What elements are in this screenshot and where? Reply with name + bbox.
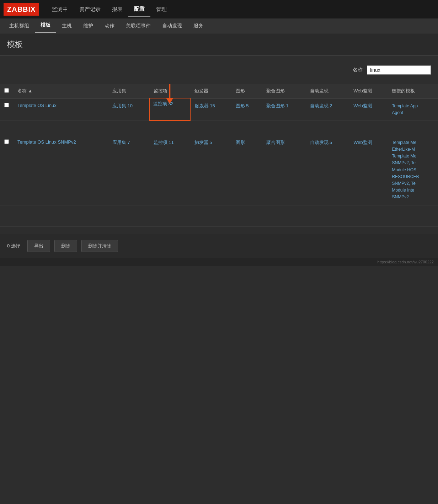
row2-autodiscover: 自动发现 5 xyxy=(306,135,349,205)
header-name: 名称 ▲ xyxy=(13,84,108,98)
row2-agggraph-link[interactable]: 聚合图形 xyxy=(266,140,285,145)
header-autodiscover: 自动发现 xyxy=(306,84,349,98)
filter-bar: 名称 xyxy=(0,56,438,84)
row2-linked-template-8[interactable]: Module Inte xyxy=(392,188,414,193)
selected-count: 0 选择 xyxy=(7,243,20,249)
table-container: 名称 ▲ 应用集 监控项 触发器 图形 聚合图形 自动发现 Web监测 链接的模… xyxy=(0,84,438,227)
row2-linked-template-1[interactable]: Template Me xyxy=(392,140,416,145)
row1-appset: 应用集 10 xyxy=(108,98,149,120)
nav-assets[interactable]: 资产记录 xyxy=(74,2,106,16)
nav-configuration[interactable]: 配置 xyxy=(128,2,150,17)
row2-autodiscover-link[interactable]: 自动发现 5 xyxy=(310,140,332,145)
header-trigger: 触发器 xyxy=(190,84,231,98)
nav-admin[interactable]: 管理 xyxy=(150,2,172,16)
header-monitor: 监控项 xyxy=(149,84,190,98)
header-graph: 图形 xyxy=(231,84,262,98)
row1-autodiscover: 自动发现 2 xyxy=(306,98,349,120)
row2-trigger-link[interactable]: 触发器 5 xyxy=(194,140,212,145)
table-header-row: 名称 ▲ 应用集 监控项 触发器 图形 聚合图形 自动发现 Web监测 链接的模… xyxy=(0,84,438,98)
row1-checkbox-input[interactable] xyxy=(4,103,9,107)
row1-linked-template-1[interactable]: Template App xyxy=(392,103,418,108)
row1-webmonitor-link[interactable]: Web监测 xyxy=(353,103,372,108)
header-checkbox-col xyxy=(0,84,13,98)
row2-webmonitor: Web监测 xyxy=(349,135,388,205)
row2-webmonitor-link[interactable]: Web监测 xyxy=(353,140,372,145)
footer-url: https://blog.csdn.net/wu2700222 xyxy=(0,258,438,266)
delete-button[interactable]: 删除 xyxy=(54,240,77,252)
row1-autodiscover-link[interactable]: 自动发现 2 xyxy=(310,103,332,108)
filter-name-label: 名称 xyxy=(353,67,363,73)
nav-monitoring[interactable]: 监测中 xyxy=(46,2,74,16)
row2-checkbox xyxy=(0,135,13,205)
row2-linked-template-3[interactable]: Template Me xyxy=(392,154,416,159)
header-appset: 应用集 xyxy=(108,84,149,98)
table-wrapper: 名称 ▲ 应用集 监控项 触发器 图形 聚合图形 自动发现 Web监测 链接的模… xyxy=(0,84,438,227)
row2-graph-link[interactable]: 图形 xyxy=(236,140,245,145)
row1-name: Template OS Linux xyxy=(13,98,108,120)
row2-graph: 图形 xyxy=(231,135,262,205)
subnav-services[interactable]: 服务 xyxy=(188,19,209,33)
row2-agggraph: 聚合图形 xyxy=(262,135,306,205)
page-title-bar: 模板 xyxy=(0,33,438,56)
row1-linked-template-2[interactable]: Agent xyxy=(392,110,403,115)
subnav-maintenance[interactable]: 维护 xyxy=(78,19,99,33)
bottom-bar: 0 选择 导出 删除 删除并清除 xyxy=(0,234,438,258)
row1-graph-link[interactable]: 图形 5 xyxy=(236,103,249,108)
row2-linked-template-4[interactable]: SNMPv2, Te xyxy=(392,160,415,165)
row1-linked-templates: Template App Agent xyxy=(388,98,438,120)
select-all-checkbox[interactable] xyxy=(4,88,9,93)
row2-appset-link[interactable]: 应用集 7 xyxy=(112,140,130,145)
row1-appset-link[interactable]: 应用集 10 xyxy=(112,103,133,108)
row2-checkbox-input[interactable] xyxy=(4,139,9,144)
row1-agggraph-link[interactable]: 聚合图形 1 xyxy=(266,103,289,108)
spacer-row xyxy=(0,120,438,135)
row2-name: Template OS Linux SNMPv2 xyxy=(13,135,108,205)
subnav-hosts[interactable]: 主机 xyxy=(56,19,78,33)
row1-monitor: 监控项 32 xyxy=(149,98,190,120)
row2-linked-templates: Template Me EtherLike-M Template Me SNMP… xyxy=(388,135,438,205)
row1-name-link[interactable]: Template OS Linux xyxy=(17,103,57,108)
row2-linked-template-9[interactable]: SNMPv2 xyxy=(392,194,408,199)
row2-linked-template-6[interactable]: RESOURCEB xyxy=(392,174,419,179)
filter-name-input[interactable] xyxy=(367,65,431,75)
table-row: Template OS Linux SNMPv2 应用集 7 监控项 11 触发… xyxy=(0,135,438,205)
subnav-related-events[interactable]: 关联项事件 xyxy=(120,19,156,33)
row2-name-link[interactable]: Template OS Linux SNMPv2 xyxy=(17,139,76,145)
row2-linked-template-5[interactable]: Module HOS xyxy=(392,167,416,172)
row1-trigger: 触发器 15 xyxy=(190,98,231,120)
subnav-autodiscovery[interactable]: 自动发现 xyxy=(156,19,188,33)
row1-graph: 图形 5 xyxy=(231,98,262,120)
templates-table: 名称 ▲ 应用集 监控项 触发器 图形 聚合图形 自动发现 Web监测 链接的模… xyxy=(0,84,438,227)
nav-reports[interactable]: 报表 xyxy=(106,2,128,16)
row2-linked-template-2[interactable]: EtherLike-M xyxy=(392,147,415,152)
row1-agggraph: 聚合图形 1 xyxy=(262,98,306,120)
export-button[interactable]: 导出 xyxy=(27,240,50,252)
delete-clear-button[interactable]: 删除并清除 xyxy=(81,240,118,252)
row2-monitor-link[interactable]: 监控项 11 xyxy=(154,140,174,145)
subnav-actions[interactable]: 动作 xyxy=(99,19,120,33)
top-navigation: ZABBIX 监测中 资产记录 报表 配置 管理 xyxy=(0,0,438,18)
row1-trigger-link[interactable]: 触发器 15 xyxy=(195,103,215,108)
header-linkedtemplates: 链接的模板 xyxy=(388,84,438,98)
header-agggraph: 聚合图形 xyxy=(262,84,306,98)
zabbix-logo: ZABBIX xyxy=(4,3,39,16)
row1-monitor-link[interactable]: 监控项 32 xyxy=(153,101,173,106)
header-webmonitor: Web监测 xyxy=(349,84,388,98)
row1-checkbox xyxy=(0,98,13,120)
row2-trigger: 触发器 5 xyxy=(190,135,231,205)
subnav-templates[interactable]: 模板 xyxy=(35,18,56,33)
row2-appset: 应用集 7 xyxy=(108,135,149,205)
subnav-hostgroups[interactable]: 主机群组 xyxy=(4,19,35,33)
row2-linked-template-7[interactable]: SNMPv2, Te xyxy=(392,181,415,186)
table-row: Template OS Linux 应用集 10 监控项 32 触发器 15 图… xyxy=(0,98,438,120)
row1-webmonitor: Web监测 xyxy=(349,98,388,120)
page-title: 模板 xyxy=(7,39,431,50)
row2-monitor: 监控项 11 xyxy=(149,135,190,205)
spacer-row-2 xyxy=(0,205,438,226)
sub-navigation: 主机群组 模板 主机 维护 动作 关联项事件 自动发现 服务 xyxy=(0,18,438,33)
